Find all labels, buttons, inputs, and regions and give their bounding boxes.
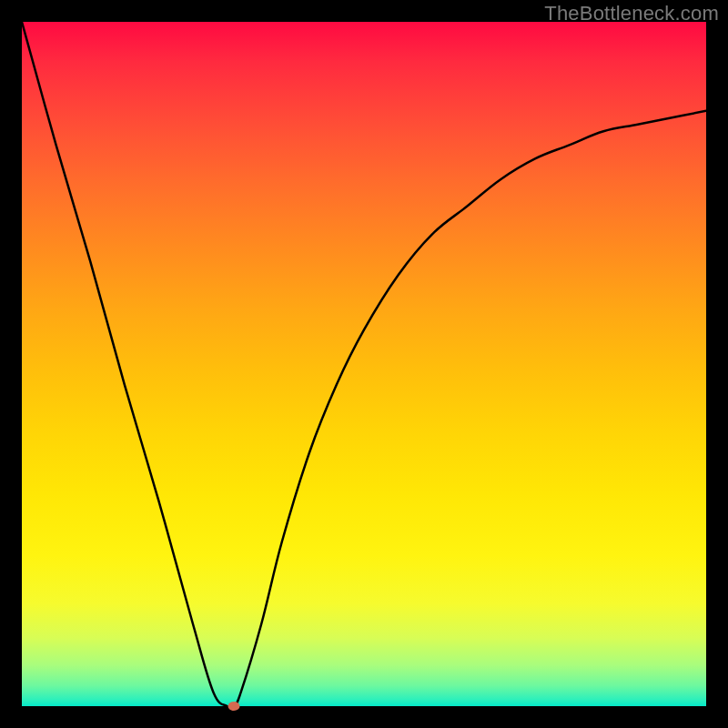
chart-frame: [22, 22, 706, 706]
minimum-marker: [228, 702, 240, 711]
bottleneck-curve: [22, 22, 706, 706]
